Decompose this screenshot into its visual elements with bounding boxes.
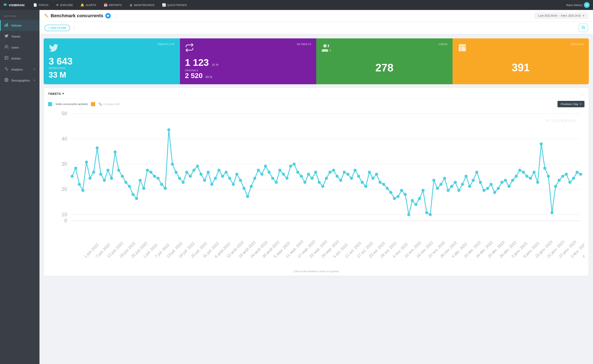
svg-point-129 xyxy=(461,183,464,186)
svg-point-156 xyxy=(558,179,561,182)
filter-more-icon[interactable]: ⋮ xyxy=(72,25,76,30)
svg-point-153 xyxy=(547,175,550,178)
svg-point-40 xyxy=(142,187,146,190)
nav-topics-label: TOPICS xyxy=(39,4,48,7)
svg-point-69 xyxy=(246,195,249,198)
user-name: Marie (Marie) xyxy=(566,4,582,7)
stat-card-articles: ARTICLES 391 xyxy=(453,38,589,84)
svg-point-65 xyxy=(232,183,235,186)
svg-text:20: 20 xyxy=(62,186,67,192)
svg-point-157 xyxy=(561,175,564,178)
search-icon: 🔍 xyxy=(99,103,102,106)
svg-point-160 xyxy=(572,177,575,180)
nav-smartboards[interactable]: 🖥 SMARTBOARDS xyxy=(126,2,157,8)
originals-value: 2 520 xyxy=(185,72,203,80)
demographics-plus-icon[interactable]: + xyxy=(33,78,35,83)
svg-point-83 xyxy=(296,171,300,174)
svg-point-109 xyxy=(389,191,393,194)
svg-rect-1 xyxy=(6,24,7,26)
chart-header: TWEETS ▾ ⋮ xyxy=(44,88,589,98)
chart-more-icon[interactable]: ⋮ xyxy=(580,91,585,96)
legend-color-compare xyxy=(91,102,95,106)
tweets-rt-value: 3 643 xyxy=(49,56,175,66)
stat-card-tweets: TWEETS & RT 3 643 IMPRESSIONS 33 M xyxy=(44,38,180,84)
svg-point-94 xyxy=(336,175,339,178)
reports-icon: 📅 xyxy=(104,3,108,7)
user-menu[interactable]: Marie (Marie) M xyxy=(566,2,590,8)
page-header: ✏️ Benchmark concurrents ⋮ 1 juin 2022 0… xyxy=(40,10,593,22)
tweets-dropdown[interactable]: TWEETS ▾ xyxy=(48,92,64,96)
sidebar-item-tweets[interactable]: Tweets xyxy=(0,31,40,42)
sidebar-item-demographics[interactable]: Demographics + xyxy=(0,75,40,86)
svg-point-77 xyxy=(275,181,278,184)
sidebar-item-volume[interactable]: Volume xyxy=(0,20,40,31)
nav-reports[interactable]: 📅 REPORTS xyxy=(101,2,125,8)
svg-point-23 xyxy=(81,189,85,192)
svg-point-29 xyxy=(103,179,106,182)
svg-point-146 xyxy=(522,171,525,174)
nav-topics[interactable]: 📄 TOPICS xyxy=(30,2,51,8)
svg-point-122 xyxy=(436,187,439,190)
nav-explore[interactable]: 👁 EXPLORE xyxy=(53,2,76,8)
svg-point-112 xyxy=(400,189,403,192)
stat-card-users: USERS 278 xyxy=(316,38,453,84)
svg-point-139 xyxy=(497,187,500,190)
svg-point-21 xyxy=(74,167,77,170)
svg-point-81 xyxy=(289,165,292,168)
smartboards-icon: 🖥 xyxy=(129,3,132,7)
svg-point-37 xyxy=(132,193,135,196)
svg-point-117 xyxy=(418,197,421,200)
svg-point-27 xyxy=(96,147,99,150)
svg-point-89 xyxy=(318,181,321,184)
svg-text:0: 0 xyxy=(64,218,67,223)
sidebar-item-users[interactable]: Users xyxy=(0,42,40,53)
svg-point-57 xyxy=(203,179,206,182)
svg-point-25 xyxy=(88,177,92,180)
svg-point-60 xyxy=(214,177,217,180)
svg-point-30 xyxy=(106,169,109,172)
svg-point-114 xyxy=(407,213,410,216)
svg-point-32 xyxy=(114,150,117,154)
svg-point-145 xyxy=(518,169,521,172)
chart-canvas xyxy=(48,110,110,141)
precision-button[interactable]: Precision: Day ▾ xyxy=(558,101,585,107)
svg-point-128 xyxy=(457,189,460,192)
svg-point-115 xyxy=(411,199,414,202)
sidebar-item-articles[interactable]: Articles xyxy=(0,53,40,64)
sidebar-analytics-label: Analytics xyxy=(11,68,23,71)
logo[interactable]: 👁 VISIBRAIN xyxy=(3,3,25,7)
svg-point-113 xyxy=(404,193,407,196)
svg-point-88 xyxy=(314,171,317,174)
more-options-icon[interactable]: ⋮ xyxy=(113,13,120,19)
compare-with-input[interactable]: 🔍 Compare with xyxy=(99,103,120,106)
tweets-rt-label: TWEETS & RT xyxy=(157,43,175,46)
edit-icon[interactable]: ✏️ xyxy=(45,14,49,18)
svg-point-78 xyxy=(278,169,281,172)
save-button[interactable] xyxy=(579,24,588,32)
precision-arrow-icon: ▾ xyxy=(580,103,581,105)
nav-alerts[interactable]: 🔔 ALERTS xyxy=(78,2,99,8)
analytics-plus-icon[interactable]: + xyxy=(33,67,35,72)
svg-point-33 xyxy=(117,169,120,172)
svg-point-151 xyxy=(540,142,543,145)
svg-point-149 xyxy=(533,171,536,174)
svg-point-135 xyxy=(482,189,486,192)
svg-point-52 xyxy=(185,171,188,174)
svg-point-161 xyxy=(576,171,579,174)
retweets-label: RETWEETS xyxy=(297,43,311,46)
nav-alerts-label: ALERTS xyxy=(86,4,96,7)
impressions-value: 33 M xyxy=(49,71,175,79)
twitter-badge xyxy=(105,13,111,19)
add-filter-button[interactable]: + ADD FILTER xyxy=(45,25,70,31)
nav-quicktrends[interactable]: 📈 QUICKTRENDS xyxy=(159,2,190,8)
sidebar-item-analytics[interactable]: Analytics + xyxy=(0,64,40,75)
articles-stat-label: ARTICLES xyxy=(571,43,584,46)
date-range-picker[interactable]: 1 juin 2022 00:00 → 9 févr. 2023 14:42 ▼ xyxy=(535,13,588,19)
svg-point-159 xyxy=(568,181,571,184)
main-content: ✏️ Benchmark concurrents ⋮ 1 juin 2022 0… xyxy=(40,10,593,364)
analytics-icon xyxy=(4,67,9,72)
svg-point-137 xyxy=(490,183,493,186)
tweets-dropdown-label: TWEETS xyxy=(48,92,61,96)
retweets-value: 1 123 xyxy=(185,58,209,67)
svg-point-31 xyxy=(110,177,113,180)
